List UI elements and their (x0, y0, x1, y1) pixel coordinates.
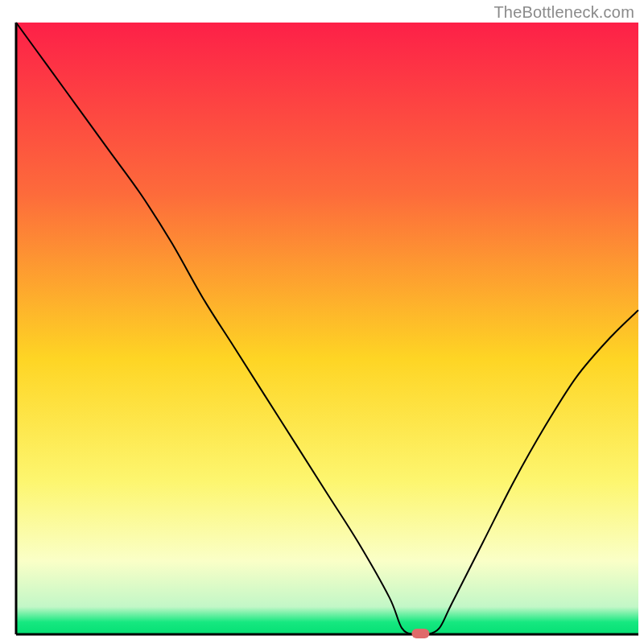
minimum-marker (411, 629, 429, 638)
plot-background (16, 23, 638, 634)
bottleneck-chart (0, 0, 644, 644)
chart-stage: TheBottleneck.com (0, 0, 644, 644)
